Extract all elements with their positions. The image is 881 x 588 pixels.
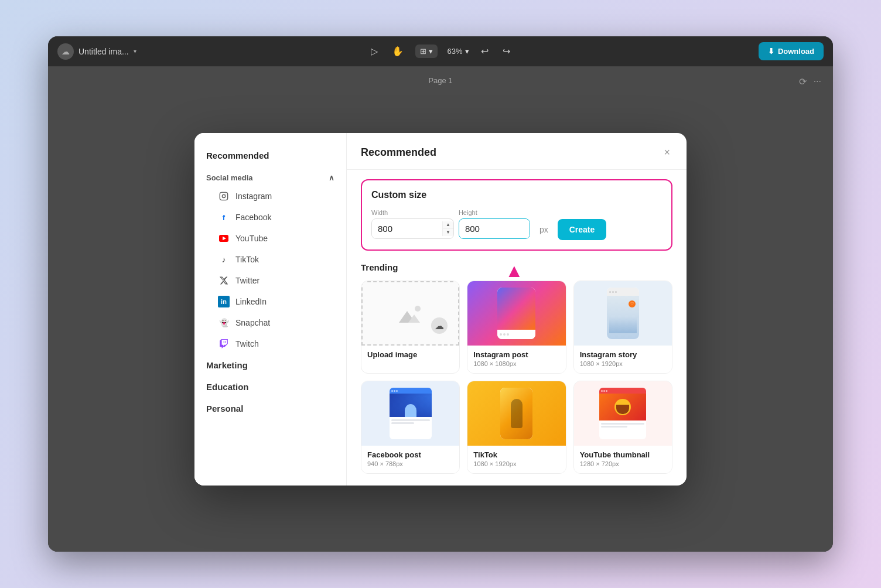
top-bar-left: ☁ Untitled ima... ▾ <box>57 43 308 60</box>
yt-dot-2 <box>603 390 605 392</box>
title-dropdown-icon[interactable]: ▾ <box>134 48 136 54</box>
template-info-facebook-post: Facebook post 940 × 788px <box>361 446 459 473</box>
download-button[interactable]: ⬇ Download <box>759 42 824 60</box>
app-window: ☁ Untitled ima... ▾ ▷ ✋ ⊞ ▾ 63% ▾ ↩ ↪ ⬇ … <box>48 36 833 552</box>
sidebar-item-snapchat[interactable]: 👻 Snapchat <box>199 312 342 333</box>
template-name-tiktok: TikTok <box>473 450 559 459</box>
tiktok-icon: ♪ <box>218 254 230 265</box>
zoom-dropdown-icon: ▾ <box>465 47 469 56</box>
story-dot-1 <box>609 291 611 293</box>
create-button[interactable]: Create <box>558 219 607 240</box>
svg-rect-0 <box>220 192 227 200</box>
svg-point-1 <box>222 194 225 197</box>
template-dims-tiktok: 1080 × 1920px <box>473 460 559 467</box>
fb-person-hat <box>405 404 416 417</box>
height-input-group: Height <box>459 209 530 239</box>
modal-sidebar: Recommended Social media ∧ <box>194 133 347 486</box>
yt-line-2 <box>601 426 627 428</box>
tiktok-thumb <box>467 381 565 446</box>
instagram-post-image <box>497 288 535 330</box>
width-input-group: Width ▲ ▼ <box>371 209 454 239</box>
template-card-instagram-post[interactable]: Instagram post 1080 × 1080px <box>467 281 566 374</box>
tiktok-image <box>500 388 532 439</box>
px-label: px <box>535 225 553 234</box>
templates-grid: ☁ Upload image <box>361 281 672 474</box>
template-info-upload: Upload image <box>361 346 459 365</box>
story-circle: ♡ <box>629 300 636 307</box>
sidebar-item-facebook[interactable]: f Facebook <box>199 207 342 228</box>
upload-icon-area <box>399 304 422 323</box>
sidebar-item-tiktok[interactable]: ♪ TikTok <box>199 249 342 270</box>
insta-dot-3 <box>507 333 509 336</box>
fb-line-2 <box>391 422 415 424</box>
template-info-youtube: YouTube thumbnail 1280 × 720px <box>574 446 672 473</box>
download-icon: ⬇ <box>768 47 774 56</box>
yt-card-image <box>599 394 646 421</box>
redo-icon[interactable]: ↪ <box>500 43 513 59</box>
fb-dot-3 <box>396 390 398 392</box>
facebook-post-thumb <box>361 381 459 446</box>
fb-line-1 <box>391 419 430 421</box>
view-toggle[interactable]: ⊞ ▾ <box>415 45 438 58</box>
sidebar-social-media-category[interactable]: Social media ∧ <box>194 166 346 186</box>
snapchat-icon: 👻 <box>218 317 230 329</box>
tiktok-preview <box>500 388 532 439</box>
template-info-tiktok: TikTok 1080 × 1920px <box>467 446 565 473</box>
yt-person-face <box>614 399 631 415</box>
sidebar-item-linkedin[interactable]: in LinkedIn <box>199 291 342 312</box>
fb-card-body <box>390 417 432 428</box>
template-card-youtube[interactable]: YouTube thumbnail 1280 × 720px <box>573 381 672 474</box>
youtube-preview <box>599 388 646 439</box>
insta-dot-2 <box>503 333 506 336</box>
fb-dot-1 <box>391 390 393 392</box>
yt-card-header <box>599 388 646 394</box>
app-icon: ☁ <box>57 43 74 60</box>
yt-dot-1 <box>601 390 603 392</box>
instagram-post-preview <box>497 288 535 339</box>
sidebar-item-twitter[interactable]: Twitter <box>199 270 342 291</box>
mountain-icon <box>399 304 422 323</box>
sidebar-marketing[interactable]: Marketing <box>194 354 346 376</box>
modal-scroll: Trending <box>347 260 687 486</box>
hand-icon[interactable]: ✋ <box>390 43 406 59</box>
instagram-post-bar <box>497 330 535 339</box>
facebook-icon: f <box>218 211 230 223</box>
story-image: ♡ <box>607 296 639 339</box>
width-decrement-button[interactable]: ▼ <box>443 229 453 236</box>
undo-icon[interactable]: ↩ <box>479 43 491 59</box>
sidebar-item-instagram[interactable]: Instagram <box>199 186 342 207</box>
story-header <box>607 288 639 296</box>
story-dot-2 <box>612 291 614 293</box>
template-card-tiktok[interactable]: TikTok 1080 × 1920px <box>467 381 566 474</box>
sidebar-personal[interactable]: Personal <box>194 398 346 419</box>
width-input[interactable] <box>372 219 442 238</box>
zoom-control[interactable]: 63% ▾ <box>447 47 469 56</box>
play-icon[interactable]: ▷ <box>368 43 380 59</box>
template-dims-facebook-post: 940 × 788px <box>367 460 453 467</box>
sidebar-item-twitter-label: Twitter <box>235 276 259 285</box>
template-dims-instagram-story: 1080 × 1920px <box>580 360 666 367</box>
template-card-facebook-post[interactable]: Facebook post 940 × 788px <box>361 381 460 474</box>
sidebar-item-youtube-label: YouTube <box>235 234 268 243</box>
sidebar-item-twitch[interactable]: Twitch <box>199 333 342 354</box>
svg-point-2 <box>226 194 226 194</box>
height-input[interactable] <box>459 219 530 238</box>
sidebar-item-youtube[interactable]: YouTube <box>199 228 342 249</box>
facebook-post-preview <box>390 388 432 439</box>
template-card-instagram-story[interactable]: ♡ Instagram story 1080 × 1920px <box>573 281 672 374</box>
top-bar-center: ▷ ✋ ⊞ ▾ 63% ▾ ↩ ↪ <box>315 43 566 59</box>
width-increment-button[interactable]: ▲ <box>443 221 453 229</box>
linkedin-icon: in <box>218 296 230 307</box>
social-media-label: Social media <box>206 173 252 182</box>
story-mountain <box>609 317 637 333</box>
sidebar-item-tiktok-label: TikTok <box>235 255 259 264</box>
yt-person-beard <box>616 405 629 414</box>
upload-cloud-icon: ☁ <box>431 317 448 334</box>
sidebar-education[interactable]: Education <box>194 376 346 398</box>
custom-size-section: Custom size Width ▲ ▼ <box>361 179 672 251</box>
template-name-instagram-post: Instagram post <box>473 350 559 359</box>
modal-close-button[interactable]: × <box>661 145 672 160</box>
template-name-youtube: YouTube thumbnail <box>580 450 666 459</box>
template-card-upload[interactable]: ☁ Upload image <box>361 281 460 374</box>
insta-dot-1 <box>500 333 502 336</box>
